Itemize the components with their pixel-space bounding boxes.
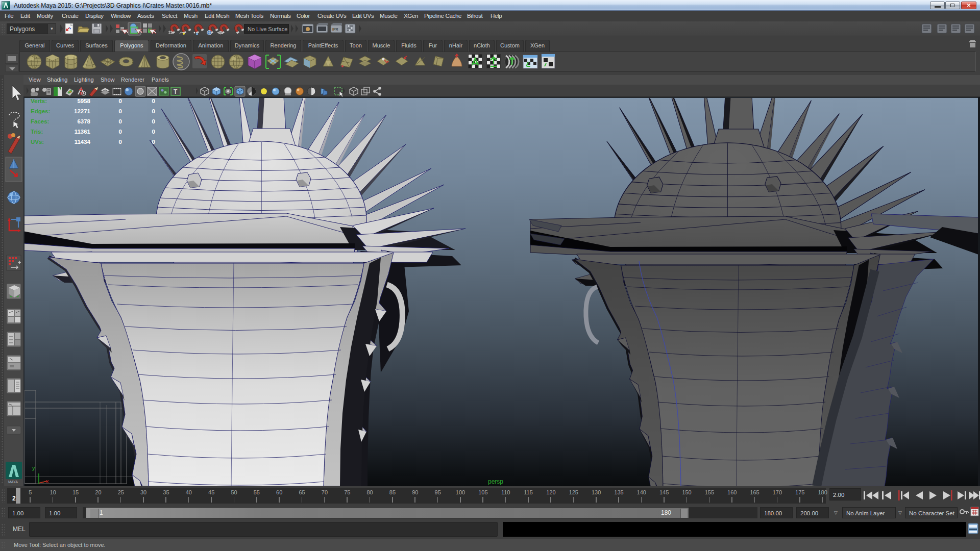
svg-text:T: T <box>174 88 178 95</box>
svg-text:IPR: IPR <box>332 28 338 31</box>
svg-text:y: y <box>32 465 35 471</box>
svg-text:MAYA: MAYA <box>8 480 18 484</box>
